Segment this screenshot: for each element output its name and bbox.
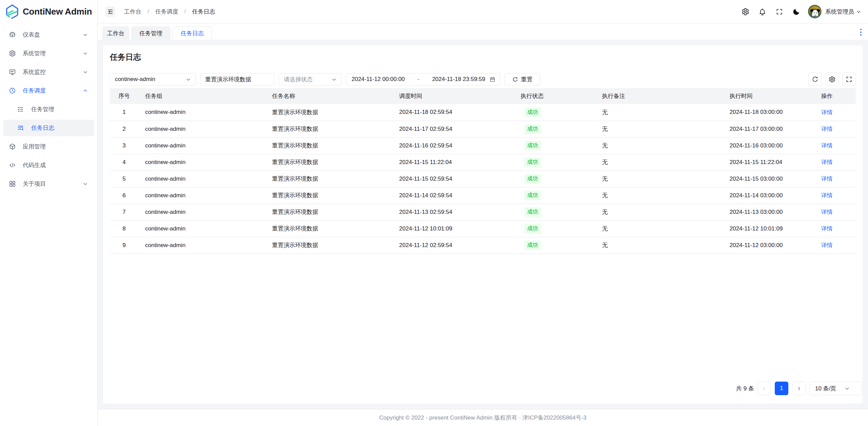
detail-link[interactable]: 详情 — [821, 242, 833, 248]
status-badge: 成功 — [525, 158, 541, 167]
sidebar-item-schedule-job[interactable]: 任务管理 — [3, 101, 94, 118]
cell-schedule-time: 2024-11-12 02:59:54 — [392, 237, 514, 253]
table-row: 1 continew-admin 重置演示环境数据 2024-11-18 02:… — [110, 104, 856, 121]
sidebar-menu: 仪表盘 系统管理 — [0, 23, 97, 426]
chevron-right-icon — [796, 386, 802, 391]
sidebar-item-app[interactable]: 应用管理 — [3, 138, 94, 155]
chevron-down-icon — [83, 181, 88, 186]
chevron-down-icon — [856, 9, 861, 14]
cell-schedule-time: 2024-11-12 10:01:09 — [392, 220, 514, 237]
detail-link[interactable]: 详情 — [821, 225, 833, 232]
status-badge: 成功 — [525, 174, 541, 184]
date-range-picker[interactable]: 2024-11-12 00:00:00 - 2024-11-18 23:59:5… — [346, 73, 500, 85]
cell-remark: 无 — [595, 121, 723, 137]
status-badge: 成功 — [525, 191, 541, 200]
cell-index: 3 — [110, 137, 138, 154]
cell-action: 详情 — [814, 204, 856, 220]
pagination-prev-button[interactable] — [757, 382, 771, 395]
detail-link[interactable]: 详情 — [821, 126, 833, 132]
status-badge: 成功 — [525, 224, 541, 234]
column-header-name: 任务名称 — [265, 88, 392, 104]
cell-remark: 无 — [595, 220, 723, 237]
cell-name: 重置演示环境数据 — [265, 220, 392, 237]
topbar-actions: 系统管理员 — [737, 5, 861, 18]
task-name-input[interactable] — [200, 73, 275, 85]
cell-action: 详情 — [814, 137, 856, 154]
sidebar-item-codegen[interactable]: 代码生成 — [3, 157, 94, 174]
tab-actions-button[interactable] — [859, 27, 863, 37]
cell-exec-time: 2024-11-17 03:00:00 — [723, 121, 814, 137]
avatar[interactable] — [808, 5, 822, 18]
cell-exec-time: 2024-11-12 03:00:00 — [723, 237, 814, 253]
cell-remark: 无 — [595, 204, 723, 220]
moon-icon — [792, 8, 800, 16]
cell-status: 成功 — [514, 104, 595, 121]
page-size-select[interactable]: 10 条/页 — [809, 382, 862, 395]
refresh-button[interactable] — [808, 73, 822, 86]
cell-status: 成功 — [514, 121, 595, 137]
detail-link[interactable]: 详情 — [821, 159, 833, 165]
cell-status: 成功 — [514, 237, 595, 253]
cell-action: 详情 — [814, 220, 856, 237]
fullscreen-icon — [846, 76, 852, 83]
pagination-page-1[interactable]: 1 — [775, 382, 788, 395]
breadcrumb-item-schedule[interactable]: 任务调度 — [155, 8, 178, 16]
detail-link[interactable]: 详情 — [821, 192, 833, 199]
detail-link[interactable]: 详情 — [821, 176, 833, 182]
sidebar-item-about[interactable]: 关于项目 — [3, 176, 94, 192]
table-row: 3 continew-admin 重置演示环境数据 2024-11-16 02:… — [110, 137, 856, 154]
detail-link[interactable]: 详情 — [821, 142, 833, 149]
sidebar-item-schedule[interactable]: 任务调度 — [3, 82, 94, 99]
date-end: 2024-11-18 23:59:59 — [432, 76, 485, 83]
table-fullscreen-button[interactable] — [842, 73, 856, 86]
cell-remark: 无 — [595, 237, 723, 253]
cell-schedule-time: 2024-11-13 02:59:54 — [392, 204, 514, 220]
status-select[interactable]: 请选择状态 — [279, 73, 342, 85]
cell-status: 成功 — [514, 220, 595, 237]
table-toolbar — [808, 73, 856, 86]
cell-index: 2 — [110, 121, 138, 137]
column-settings-button[interactable] — [825, 73, 839, 86]
cell-group: continew-admin — [138, 170, 265, 187]
sidebar-item-label: 代码生成 — [23, 161, 46, 169]
cell-index: 7 — [110, 204, 138, 220]
menu-fold-button[interactable] — [105, 6, 115, 17]
sidebar-item-label: 关于项目 — [23, 180, 46, 188]
cell-index: 5 — [110, 170, 138, 187]
pagination-next-button[interactable] — [792, 382, 806, 395]
main-area: 工作台 / 任务调度 / 任务日志 — [98, 0, 868, 426]
sidebar-item-dashboard[interactable]: 仪表盘 — [3, 26, 94, 43]
chevron-down-icon — [186, 77, 191, 82]
sidebar-item-label: 任务管理 — [31, 105, 54, 113]
sidebar-item-label: 任务调度 — [23, 87, 46, 95]
tab-workbench[interactable]: 工作台 — [102, 26, 129, 40]
username[interactable]: 系统管理员 — [825, 8, 854, 16]
reset-button[interactable]: 重置 — [504, 73, 540, 85]
sidebar-item-monitor[interactable]: 系统监控 — [3, 64, 94, 80]
cell-action: 详情 — [814, 170, 856, 187]
tab-task-management[interactable]: 任务管理 — [131, 26, 171, 40]
pagination-total: 共 9 条 — [736, 385, 754, 392]
bell-icon — [758, 8, 766, 16]
brand-title: ContiNew Admin — [23, 6, 92, 17]
cell-schedule-time: 2024-11-18 02:59:54 — [392, 104, 514, 121]
status-badge: 成功 — [525, 241, 541, 250]
breadcrumb-item-workbench[interactable]: 工作台 — [124, 8, 141, 16]
cell-index: 1 — [110, 104, 138, 121]
chevron-up-icon — [83, 88, 88, 93]
sidebar-item-schedule-log[interactable]: 任务日志 — [3, 120, 94, 136]
settings-button[interactable] — [737, 5, 754, 18]
cell-remark: 无 — [595, 104, 723, 121]
task-group-select[interactable]: continew-admin — [110, 73, 196, 85]
detail-link[interactable]: 详情 — [821, 109, 833, 116]
refresh-icon — [512, 77, 518, 82]
dark-mode-button[interactable] — [788, 5, 805, 18]
fullscreen-button[interactable] — [771, 5, 788, 18]
tab-task-log[interactable]: 任务日志 — [173, 26, 212, 40]
breadcrumb-separator: / — [147, 8, 149, 15]
chevron-left-icon — [762, 386, 767, 391]
notification-button[interactable] — [754, 5, 771, 18]
cell-exec-time: 2024-11-14 03:00:00 — [723, 187, 814, 204]
sidebar-item-system[interactable]: 系统管理 — [3, 45, 94, 62]
detail-link[interactable]: 详情 — [821, 209, 833, 215]
